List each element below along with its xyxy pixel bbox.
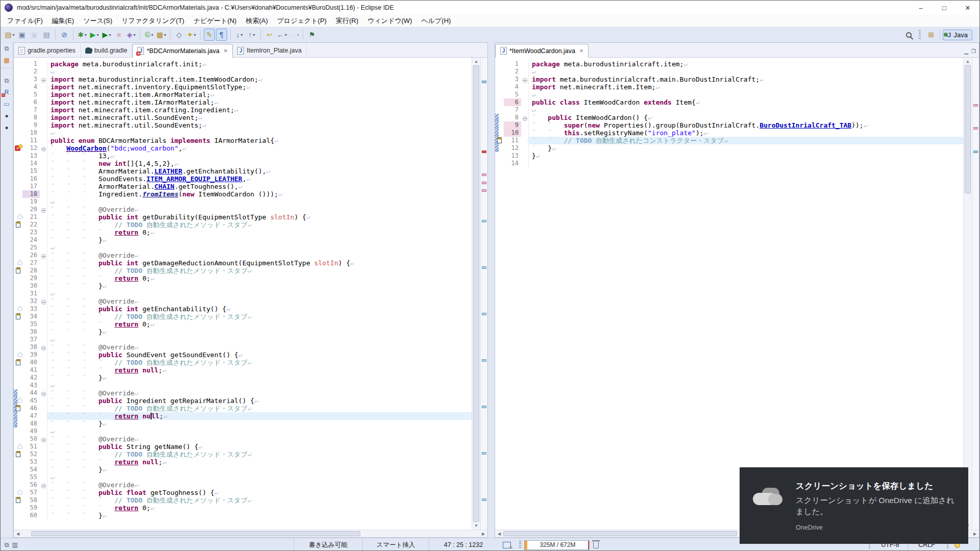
fold-column[interactable] [40,374,47,382]
fold-column[interactable] [40,382,47,389]
fold-column[interactable] [40,274,47,282]
fold-column[interactable] [40,443,47,450]
task-marker-icon[interactable] [16,406,20,411]
gutter-marker-column[interactable] [14,121,22,129]
collapse-icon[interactable] [41,254,46,259]
fold-column[interactable] [40,297,47,305]
scrollbar-thumb[interactable] [473,65,479,522]
scrollbar-thumb[interactable] [31,531,360,536]
gutter-marker-column[interactable] [14,313,22,320]
fold-column[interactable] [40,175,47,183]
code-text[interactable]: ˆ ˆ ˆ @Override↵ [47,435,472,443]
gutter-marker-column[interactable] [14,428,22,435]
collapse-icon[interactable] [41,300,46,305]
fold-column[interactable] [40,389,47,397]
collapse-icon[interactable] [41,392,46,396]
gutter-marker-column[interactable] [14,252,22,259]
code-text[interactable]: ˆ ˆ ˆ @Override↵ [47,252,472,259]
fold-column[interactable] [521,144,528,152]
fold-column[interactable] [40,512,47,519]
gutter-marker-column[interactable] [495,98,504,106]
fold-column[interactable] [40,458,47,466]
coverage-button[interactable]: ◈▾ [126,29,137,41]
fold-column[interactable] [521,121,528,129]
code-text[interactable]: ˆ ˆ ˆ 13,↵ [47,152,472,160]
code-text[interactable]: ˆ ˆ ˆ ˆ return null;↵ [47,412,472,420]
new-java-class-button[interactable]: ©▾ [143,29,155,41]
right-vertical-scrollbar[interactable]: ▲▼ [963,58,972,530]
gutter-marker-column[interactable] [495,83,504,91]
code-text[interactable]: ˆ ˆ ˆ ˆ // TODO 自動生成されたメソッド・スタブ↵ [47,450,472,458]
mark-occurrences-toggle[interactable]: ✎ [204,29,215,41]
override-marker-icon[interactable] [17,306,22,310]
override-marker-icon[interactable] [17,214,22,218]
gutter-marker-column[interactable] [14,167,22,175]
left-code-editor[interactable]: 1package meta.burodustinrialcraft.init;↵… [14,58,472,530]
save-button[interactable]: ▣ [16,29,28,41]
fold-column[interactable] [40,466,47,473]
dropdown-arrow-icon[interactable]: ▾ [133,33,135,37]
fold-column[interactable] [40,190,47,198]
code-text[interactable]: ˆ ˆ ˆ @Override↵ [47,389,472,397]
override-marker-icon[interactable] [17,398,22,402]
close-button[interactable]: ✕ [956,1,979,15]
code-text[interactable]: ˆ ˆ ˆ }↵ [47,374,472,382]
type-hierarchy-icon[interactable]: ▦ [2,56,11,64]
fold-column[interactable] [40,359,47,366]
task-marker-icon[interactable] [16,268,20,273]
gutter-marker-column[interactable] [14,229,22,236]
code-text[interactable]: ˆ ˆ ˆ @Override↵ [47,297,472,305]
task-marker-icon[interactable] [16,222,20,228]
gutter-marker-column[interactable] [14,267,22,274]
code-text[interactable]: ˆ WoodCarbon("bdc;wood_carbon",↵ [47,144,472,152]
fold-column[interactable] [40,481,47,489]
minimize-button[interactable]: – [909,1,933,15]
code-text[interactable]: ˆ ˆ ˆ @Override↵ [47,343,472,351]
gutter-marker-column[interactable] [14,236,22,244]
menu-ナビゲート[interactable]: ナビゲート(N) [189,15,241,27]
gutter-marker-column[interactable] [14,160,22,167]
menu-プロジェクト[interactable]: プロジェクト(P) [273,15,331,27]
code-text[interactable]: ˆ ˆ ˆ }↵ [47,512,472,519]
gutter-marker-column[interactable] [495,144,504,152]
fold-column[interactable] [40,236,47,244]
code-text[interactable]: import net.minecraft.item.ArmorMaterial;… [47,91,472,98]
gutter-marker-column[interactable] [14,129,22,137]
gutter-marker-column[interactable] [14,405,22,412]
fold-column[interactable] [521,137,528,144]
editor-mode-icon[interactable] [503,542,511,548]
override-marker-icon[interactable] [17,444,22,448]
code-text[interactable]: ˆ ˆ ˆ ˆ // TODO 自動生成されたメソッド・スタブ↵ [47,267,472,274]
next-annotation-button[interactable]: ↓▾ [234,29,245,41]
code-text[interactable]: ˆ ˆ ˆ Ingredient.fromItems(new ItemWoodC… [47,190,472,198]
fold-column[interactable] [521,152,528,160]
gradle-executions-icon[interactable]: ● [2,123,11,132]
code-text[interactable]: ˆ ˆ ˆ ˆ // TODO 自動生成されたメソッド・スタブ↵ [47,221,472,229]
gutter-marker-column[interactable] [14,504,22,512]
code-text[interactable]: ↵ [528,106,963,114]
scrollbar-thumb[interactable] [965,65,971,193]
override-marker-icon[interactable] [17,490,22,494]
task-marker-icon[interactable] [497,138,502,143]
code-text[interactable]: ˆ ˆ ˆ public int getDurability(Equipment… [47,213,472,221]
stop-button[interactable]: ■ [113,29,125,41]
fold-column[interactable] [521,114,528,121]
fold-column[interactable] [40,450,47,458]
code-text[interactable]: ˆ ˆ this.setRegistryName("iron_plate");↵ [528,129,963,137]
gutter-marker-column[interactable] [495,137,504,144]
gutter-marker-column[interactable] [495,68,504,76]
external-tools-button[interactable]: ▶▾ [101,29,112,41]
gutter-marker-column[interactable] [14,351,22,359]
overview-annotation-mark[interactable] [973,127,978,130]
gutter-marker-column[interactable] [14,106,22,114]
gutter-marker-column[interactable] [14,473,22,481]
fold-column[interactable] [40,366,47,374]
code-text[interactable]: ˆ ˆ super(new Properties().group(BuroDus… [528,121,963,129]
gutter-marker-column[interactable]: ✕ [14,144,22,152]
code-text[interactable]: ˆ ˆ ˆ ˆ return 0;↵ [47,274,472,282]
gutter-marker-column[interactable] [14,68,22,76]
code-text[interactable]: ˆ ˆ ˆ public int getDamageReductionAmoun… [47,259,472,267]
gutter-marker-column[interactable] [14,190,22,198]
console-view-icon[interactable]: ▭ [2,100,11,108]
gutter-marker-column[interactable] [14,76,22,83]
